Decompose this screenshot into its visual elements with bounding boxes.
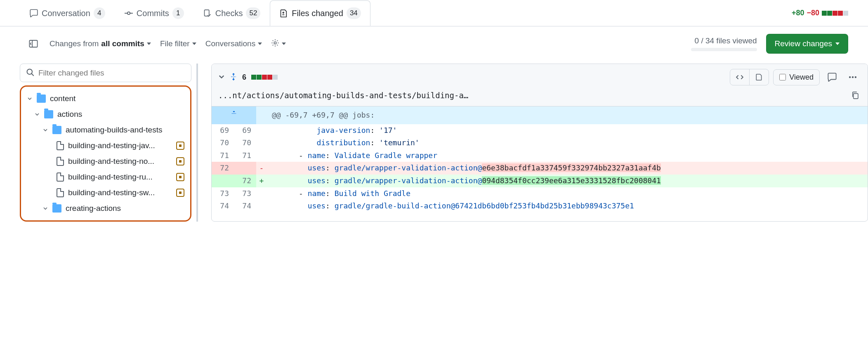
old-line-number: 70 — [212, 137, 234, 149]
diff-marker — [256, 200, 267, 213]
modified-icon — [176, 189, 184, 197]
rich-view-button[interactable] — [749, 69, 769, 85]
new-line-number: 71 — [234, 149, 256, 162]
kebab-menu-button[interactable] — [844, 69, 861, 85]
svg-point-10 — [27, 69, 33, 75]
settings-dropdown[interactable] — [271, 39, 286, 49]
collapse-file-button[interactable] — [218, 73, 225, 81]
tab-count: 4 — [94, 7, 105, 19]
files-viewed-indicator: 0 / 34 files viewed — [691, 36, 757, 51]
tree-folder-content[interactable]: content — [24, 91, 187, 106]
tab-label: Checks — [215, 9, 243, 18]
diff-line[interactable]: 72 - uses: gradle/wrapper-validation-act… — [212, 162, 868, 175]
old-line-number: 71 — [212, 149, 234, 162]
chevron-down-icon — [147, 43, 151, 45]
new-line-number: 73 — [234, 187, 256, 200]
modified-icon — [176, 173, 184, 181]
deletions-count: −80 — [807, 9, 819, 17]
tree-file[interactable]: building-and-testing-sw... — [24, 185, 187, 201]
file-icon — [57, 157, 64, 166]
chevron-down-icon — [42, 206, 48, 211]
diff-line[interactable]: 71 71 - name: Validate Gradle wrapper — [212, 149, 868, 162]
svg-rect-16 — [854, 94, 858, 99]
tree-folder-actions[interactable]: actions — [24, 106, 187, 122]
review-changes-button[interactable]: Review changes — [766, 34, 848, 54]
filter-files-input[interactable] — [38, 69, 185, 78]
code-content: uses: gradle/wrapper-validation-action@e… — [267, 162, 868, 175]
chevron-down-icon — [258, 43, 262, 45]
diff-stat: +80 −80 — [792, 9, 848, 17]
tab-checks[interactable]: Checks 52 — [193, 0, 270, 26]
tab-label: Commits — [137, 9, 169, 18]
diff-line[interactable]: 70 70 distribution: 'temurin' — [212, 137, 868, 149]
chevron-down-icon — [192, 43, 196, 45]
additions-count: +80 — [792, 9, 804, 17]
tab-label: Files changed — [292, 9, 343, 18]
file-tree-sidebar: content actions automating-builds-and-te… — [20, 64, 198, 222]
chevron-down-icon — [42, 127, 48, 133]
tab-count: 52 — [246, 7, 260, 19]
old-line-number: 74 — [212, 200, 234, 213]
hunk-header: @@ -69,7 +69,7 @@ jobs: — [212, 106, 868, 124]
code-content: uses: gradle/wrapper-validation-action@0… — [267, 175, 868, 187]
code-content: java-version: '17' — [267, 124, 868, 137]
chevron-down-icon — [27, 96, 33, 102]
tree-folder-creating-actions[interactable]: creating-actions — [24, 201, 187, 216]
new-line-number: 72 — [234, 175, 256, 187]
diff-toolbar: Changes from all commits File filter Con… — [0, 26, 868, 64]
file-filter-dropdown[interactable]: File filter — [160, 39, 196, 48]
svg-point-15 — [855, 76, 856, 78]
tree-folder-automating[interactable]: automating-builds-and-tests — [24, 122, 187, 138]
svg-point-0 — [127, 12, 130, 14]
conversations-dropdown[interactable]: Conversations — [205, 39, 262, 48]
diff-marker — [256, 124, 267, 137]
checklist-icon — [203, 9, 212, 18]
svg-point-9 — [274, 42, 276, 44]
diff-marker: - — [256, 162, 267, 175]
diff-marker — [256, 137, 267, 149]
file-change-count: 6 — [242, 73, 246, 82]
diff-line[interactable]: 74 74 uses: gradle/gradle-build-action@6… — [212, 200, 868, 213]
changes-from-dropdown[interactable]: Changes from all commits — [50, 39, 151, 48]
old-line-number: 73 — [212, 187, 234, 200]
folder-icon — [37, 95, 46, 103]
expand-hunk-button[interactable] — [212, 106, 256, 124]
svg-rect-3 — [204, 10, 209, 16]
expand-all-icon[interactable] — [230, 73, 237, 82]
hunk-text: @@ -69,7 +69,7 @@ jobs: — [267, 106, 868, 124]
diff-line[interactable]: 69 69 java-version: '17' — [212, 124, 868, 137]
tab-commits[interactable]: Commits 1 — [115, 0, 193, 26]
tab-conversation[interactable]: Conversation 4 — [20, 0, 115, 26]
tree-file[interactable]: building-and-testing-jav... — [24, 138, 187, 154]
folder-icon — [52, 204, 61, 213]
search-icon — [26, 68, 34, 78]
sidebar-toggle-button[interactable] — [28, 38, 39, 49]
file-icon — [57, 172, 64, 182]
source-view-button[interactable] — [730, 69, 749, 85]
svg-point-14 — [852, 76, 854, 78]
file-diff-icon — [279, 9, 288, 18]
diff-blocks-icon — [822, 11, 848, 16]
viewed-checkbox[interactable]: Viewed — [773, 69, 820, 85]
svg-point-13 — [849, 76, 851, 78]
tree-file[interactable]: building-and-testing-no... — [24, 154, 187, 169]
viewed-checkbox-input[interactable] — [779, 74, 786, 80]
file-icon — [57, 141, 64, 150]
copy-path-button[interactable] — [849, 90, 861, 101]
file-icon — [57, 188, 64, 197]
tree-file[interactable]: building-and-testing-ru... — [24, 169, 187, 185]
folder-icon — [52, 126, 61, 134]
diff-marker: + — [256, 175, 267, 187]
filter-files-input-wrapper[interactable] — [20, 64, 191, 82]
diff-line[interactable]: 73 73 - name: Build with Gradle — [212, 187, 868, 200]
tab-files-changed[interactable]: Files changed 34 — [270, 0, 370, 26]
code-content: - name: Validate Gradle wrapper — [267, 149, 868, 162]
file-path: ...nt/actions/automating-builds-and-test… — [218, 91, 844, 100]
comment-button[interactable] — [824, 69, 840, 85]
progress-bar — [691, 48, 757, 51]
tab-count: 1 — [172, 7, 184, 19]
diff-line[interactable]: 72 + uses: gradle/wrapper-validation-act… — [212, 175, 868, 187]
new-line-number: 69 — [234, 124, 256, 137]
new-line-number: 70 — [234, 137, 256, 149]
new-line-number — [234, 162, 256, 175]
